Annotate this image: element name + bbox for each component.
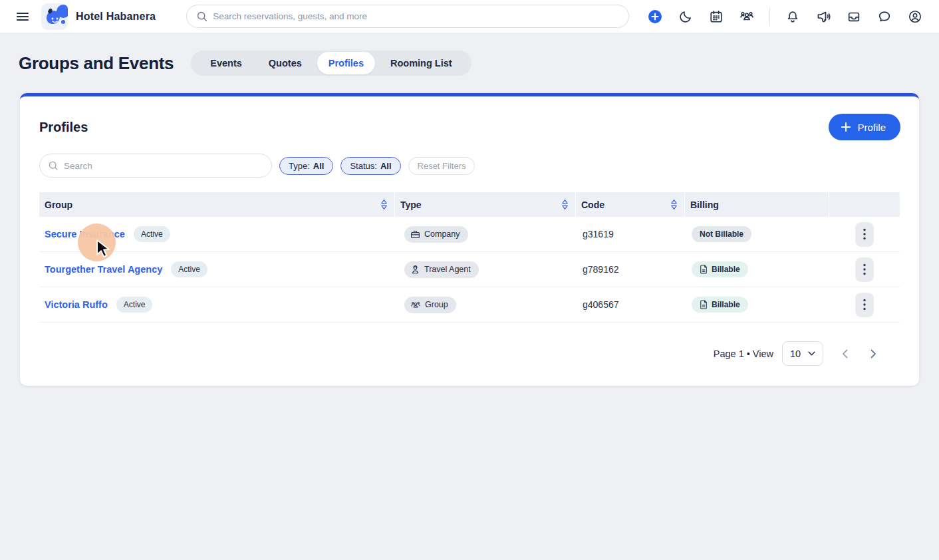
previous-page-button[interactable] xyxy=(838,345,852,362)
table-header-row: GroupTypeCodeBilling xyxy=(39,192,900,217)
table-toolbar: Type: All Status: All Reset Filters xyxy=(20,140,919,178)
code-cell: g406567 xyxy=(576,299,685,310)
type-filter-chip[interactable]: Type: All xyxy=(279,157,333,175)
group-name-link[interactable]: Victoria Ruffo xyxy=(45,299,108,310)
menu-icon xyxy=(15,9,31,25)
plus-icon xyxy=(841,122,851,132)
notifications-button[interactable] xyxy=(781,5,805,29)
type-label: Travel Agent xyxy=(424,265,471,274)
sort-icon[interactable] xyxy=(380,199,388,210)
add-profile-button[interactable]: Profile xyxy=(829,114,900,140)
type-label: Group xyxy=(425,300,448,309)
topbar-actions xyxy=(643,5,927,29)
travel-agent-icon xyxy=(410,265,420,275)
dark-mode-moon-icon xyxy=(678,9,693,24)
panel-title: Profiles xyxy=(39,120,88,135)
document-icon xyxy=(700,300,708,309)
tab-events[interactable]: Events xyxy=(199,51,253,76)
group-name-link[interactable]: Tourgether Travel Agency xyxy=(45,264,162,275)
tab-quotes[interactable]: Quotes xyxy=(257,51,313,76)
briefcase-icon xyxy=(410,229,420,239)
top-bar: Hotel Habanera xyxy=(0,0,939,33)
panel-search-input[interactable] xyxy=(64,161,263,171)
page-view-label: Page 1 • View xyxy=(714,349,773,359)
add-circle-button[interactable] xyxy=(643,5,667,29)
row-actions-button[interactable] xyxy=(855,257,874,282)
tab-rooming-list[interactable]: Rooming List xyxy=(379,51,464,76)
app-logo[interactable] xyxy=(41,3,68,30)
status-badge: Active xyxy=(134,226,170,242)
search-icon xyxy=(196,11,207,22)
dark-mode-button[interactable] xyxy=(674,5,698,29)
row-actions-button[interactable] xyxy=(855,222,874,247)
type-pill: Company xyxy=(404,226,468,243)
code-cell: g789162 xyxy=(576,264,685,275)
next-page-button[interactable] xyxy=(867,345,880,362)
billing-label: Billable xyxy=(712,265,740,274)
reset-filters-label: Reset Filters xyxy=(418,161,466,171)
table-row[interactable]: Tourgether Travel Agency Active Travel A… xyxy=(39,252,900,287)
topbar-divider xyxy=(769,7,770,26)
table-body: Secure Insurance Active Company g31619 N… xyxy=(39,217,900,323)
people-group-icon xyxy=(410,300,421,310)
brand-name: Hotel Habanera xyxy=(76,11,156,23)
inbox-tray-icon xyxy=(847,9,861,24)
chat-bubble-icon xyxy=(877,9,892,24)
reset-filters-button[interactable]: Reset Filters xyxy=(408,157,475,175)
type-pill: Group xyxy=(404,297,456,313)
sort-icon[interactable] xyxy=(561,199,569,210)
billing-label: Billable xyxy=(712,300,740,309)
add-circle-icon xyxy=(647,9,663,25)
profiles-table: GroupTypeCodeBilling Secure Insurance Ac… xyxy=(39,192,900,323)
search-icon xyxy=(48,160,59,171)
code-cell: g31619 xyxy=(576,229,685,239)
page-head: Groups and Events EventsQuotesProfilesRo… xyxy=(0,33,939,76)
page-size-select[interactable]: 10 xyxy=(782,341,823,366)
chevron-left-icon xyxy=(842,349,848,358)
chat-button[interactable] xyxy=(872,5,896,29)
announcements-button[interactable] xyxy=(811,5,835,29)
column-header-type[interactable]: Type xyxy=(395,192,576,217)
table-row[interactable]: Secure Insurance Active Company g31619 N… xyxy=(39,217,900,252)
kebab-menu-icon xyxy=(863,228,866,240)
status-badge: Active xyxy=(171,261,207,277)
billing-label: Not Billable xyxy=(700,229,743,239)
chevron-right-icon xyxy=(871,349,876,358)
type-pill: Travel Agent xyxy=(404,261,479,278)
status-filter-value: All xyxy=(380,161,392,171)
status-filter-chip[interactable]: Status: All xyxy=(340,157,400,175)
type-label: Company xyxy=(424,229,460,239)
billing-badge: Billable xyxy=(692,297,748,313)
notifications-bell-icon xyxy=(785,9,800,24)
global-search-input[interactable] xyxy=(213,11,619,21)
calendar-icon xyxy=(709,9,724,24)
account-button[interactable] xyxy=(903,5,927,29)
row-actions-button[interactable] xyxy=(855,293,874,317)
group-name-link[interactable]: Secure Insurance xyxy=(45,229,125,239)
sort-icon[interactable] xyxy=(670,199,678,210)
column-header-code[interactable]: Code xyxy=(576,192,685,217)
status-badge: Active xyxy=(116,297,153,313)
page-title: Groups and Events xyxy=(19,53,174,74)
inbox-button[interactable] xyxy=(842,5,866,29)
billing-badge: Not Billable xyxy=(692,226,751,242)
groups-button[interactable] xyxy=(735,5,759,29)
panel-search[interactable] xyxy=(39,154,272,178)
people-group-icon xyxy=(739,9,755,25)
tab-profiles[interactable]: Profiles xyxy=(317,52,375,74)
tab-group: EventsQuotesProfilesRooming List xyxy=(191,51,471,76)
calendar-button[interactable] xyxy=(704,5,728,29)
pagination: Page 1 • View 10 xyxy=(20,323,919,366)
announcements-megaphone-icon xyxy=(815,9,831,25)
type-filter-value: All xyxy=(313,161,325,171)
global-search[interactable] xyxy=(186,5,629,28)
column-header-group[interactable]: Group xyxy=(39,192,395,217)
status-filter-label: Status: xyxy=(350,161,376,171)
table-row[interactable]: Victoria Ruffo Active Group g406567 Bill… xyxy=(39,287,900,323)
billing-badge: Billable xyxy=(692,261,748,277)
menu-button[interactable] xyxy=(11,5,35,29)
column-header-billing: Billing xyxy=(685,192,829,217)
profiles-panel: Profiles Profile Type: All Status: All R… xyxy=(20,93,919,386)
column-header-actions xyxy=(829,192,900,217)
chevron-down-icon xyxy=(808,351,815,356)
